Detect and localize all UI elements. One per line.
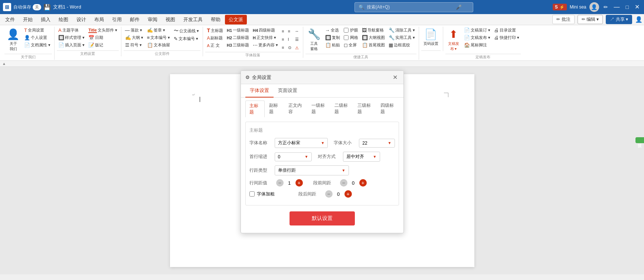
header-part-button[interactable]: Title 文头部件 ▾ [87, 27, 118, 34]
nav-panel-button[interactable]: 🖼 导航窗格 [360, 27, 386, 34]
select-all-button[interactable]: → 全选 [324, 27, 341, 34]
autosave-toggle[interactable]: 关 [33, 4, 41, 10]
maximize-button[interactable]: □ [624, 4, 630, 10]
fullscreen-button[interactable]: ◻ 全屏 [342, 42, 360, 49]
menu-item-layout[interactable]: 布局 [91, 15, 108, 24]
subtab-main-title[interactable]: 主标题 [245, 101, 265, 117]
seal-button[interactable]: ✍ 签章 ▾ [146, 27, 172, 34]
align-left-button[interactable]: ≡ [280, 28, 285, 34]
menu-item-gongwen[interactable]: 公文派 [225, 15, 247, 24]
comment-button[interactable]: ✏ 批注 [552, 15, 574, 24]
record-button[interactable]: 📝 版记 [87, 42, 118, 49]
h1-button[interactable]: H1 一级标题 [225, 27, 251, 34]
eyeprotect-checkbox[interactable] [344, 28, 349, 33]
body-layout-button[interactable]: H 正文快排 ▾ [251, 34, 279, 41]
header-footer-button[interactable]: 📋 首尾视图 [360, 42, 386, 49]
tab-font-settings[interactable]: 字体设置 [245, 84, 274, 98]
sub-title-button[interactable]: A 副标题 [205, 34, 225, 42]
edit-button[interactable]: ✏ 编辑 ▾ [578, 15, 603, 24]
collapse-button[interactable]: ▲ [2, 62, 6, 66]
personal-settings-button[interactable]: 👤 个人设置 [23, 34, 52, 41]
default-settings-button[interactable]: 默认设置 [290, 211, 355, 225]
eyeprotect-button[interactable]: 护眼 [342, 27, 360, 34]
user-icon[interactable]: 👤 [635, 16, 643, 23]
menu-item-mail[interactable]: 邮件 [126, 15, 143, 24]
h2-button[interactable]: H2 二级标题 [225, 34, 251, 41]
circle-button[interactable]: ⊙ [287, 45, 293, 51]
font-name-select[interactable]: 方正小标宋 ▼ [275, 138, 328, 148]
user-avatar[interactable]: 👤 [589, 2, 599, 12]
dialog-close-button[interactable]: ✕ [391, 74, 399, 81]
subtab-body[interactable]: 正文内容 [285, 101, 307, 117]
paste-button[interactable]: 📋 粘贴 [324, 42, 341, 49]
border-shading-button[interactable]: ▦ 边框底纹 [387, 42, 416, 49]
first-line-select[interactable]: 0 ▼ [275, 152, 312, 161]
line-value-plus[interactable]: + [295, 179, 303, 187]
menu-item-insert[interactable]: 插入 [37, 15, 54, 24]
tab-page-settings[interactable]: 页面设置 [274, 84, 302, 98]
pen-icon[interactable]: ✏ [602, 4, 609, 10]
para-after-minus[interactable]: − [325, 190, 333, 198]
doc-publish-button[interactable]: 📄 文稿发布 ▾ [462, 34, 492, 41]
theme-font-button[interactable]: A 主题字体 [57, 27, 86, 34]
align-center-button[interactable]: ≡ [280, 36, 285, 42]
subtab-h3[interactable]: 三级标题 [354, 101, 376, 117]
outline-button[interactable]: ✍ 大纲 ▾ [124, 34, 145, 41]
symbol-button[interactable]: ☰ 符号 ▾ [124, 42, 145, 49]
line-type-select[interactable]: 单倍行距 ▼ [275, 165, 349, 175]
page-settings-button[interactable]: 📄 页码设置 [421, 27, 441, 48]
menu-item-ref[interactable]: 引用 [108, 15, 125, 24]
expand-button[interactable]: ↔ [294, 28, 301, 34]
about-us-button[interactable]: 👤 关于我们 [4, 27, 22, 53]
menu-item-help[interactable]: 帮助 [207, 15, 224, 24]
global-settings-button[interactable]: T 全局设置 [23, 27, 52, 34]
body-text-button[interactable]: A 正 文 [205, 42, 225, 49]
main-title-button[interactable]: T 主标题 [205, 27, 225, 34]
util-tool-button[interactable]: 🔧 实用工具 ▾ [387, 34, 416, 41]
textnumber-button[interactable]: ≡ 文本编号 ▾ [146, 34, 172, 41]
minimize-button[interactable]: — [612, 4, 621, 10]
menu-item-file[interactable]: 文件 [1, 15, 19, 24]
footer-note-button[interactable]: 🏠 尾标脚注 [462, 42, 492, 49]
subtab-h1[interactable]: 一级标题 [308, 101, 330, 117]
more-content-button[interactable]: ⋯ 更多内容 ▾ [251, 42, 279, 49]
align-select[interactable]: 居中对齐 ▼ [343, 152, 380, 162]
subtab-sub-title[interactable]: 副标题 [265, 101, 284, 117]
close-button[interactable]: ✕ [633, 4, 641, 10]
menu-item-view[interactable]: 视图 [162, 15, 179, 24]
para-before-plus[interactable]: + [359, 179, 367, 187]
doc-props-button[interactable]: 📄 文档属性 ▾ [23, 42, 52, 49]
save-icon[interactable]: 💾 [43, 4, 51, 11]
gongwen-line-button[interactable]: 〜 公文函线 ▾ [172, 27, 200, 35]
h3-button[interactable]: H3 三级标题 [225, 42, 251, 49]
outline-view-button[interactable]: 🔲 大纲视图 [360, 34, 386, 41]
para-before-minus[interactable]: − [340, 179, 347, 187]
menu-item-draw[interactable]: 绘图 [55, 15, 72, 24]
right-sidebar-feedback[interactable]: 反馈 [635, 137, 644, 143]
menu-item-dev[interactable]: 开发工具 [180, 15, 206, 24]
clear-tool-button[interactable]: 🔧 清除工具 ▾ [387, 27, 416, 34]
justify-button[interactable]: ≡ [287, 28, 293, 34]
style-mgr-button[interactable]: 🔲 样式管理 ▾ [57, 34, 86, 41]
tool-window-button[interactable]: 🔧 工具窗格 [305, 27, 323, 53]
italic-button[interactable]: I [287, 36, 293, 42]
date-button[interactable]: 📅 日期 [87, 34, 118, 41]
subtab-h4[interactable]: 四级标题 [377, 101, 399, 117]
menu-item-design[interactable]: 设计 [73, 15, 90, 24]
share-button[interactable]: ↗ 共享 ▾ [606, 15, 632, 24]
textedit-button[interactable]: ✎ 文本编号 ▾ [172, 35, 200, 42]
para-after-plus[interactable]: + [344, 190, 352, 198]
signature-button[interactable]: — 落款 ▾ [124, 27, 145, 34]
textdrawer-button[interactable]: 📋 文本抽屉 [146, 42, 172, 49]
font-size-select[interactable]: 22 ▼ [359, 139, 395, 148]
grid-button[interactable]: 网格 [342, 34, 360, 41]
align-right-button[interactable]: ≡ [280, 45, 285, 50]
doc-bind-button[interactable]: 📄 文稿装订 ▾ [462, 27, 492, 34]
grid-checkbox[interactable] [344, 35, 349, 40]
copy-button[interactable]: 🔲 复制 [324, 34, 341, 41]
warning-button[interactable]: ⚠ [294, 45, 301, 51]
publish-button[interactable]: ⬆ 文稿发布 ▾ [445, 27, 462, 53]
menu-item-home[interactable]: 开始 [19, 15, 36, 24]
subtab-h2[interactable]: 二级标题 [331, 101, 353, 117]
toc-settings-button[interactable]: 🖨 目录设置 [493, 27, 521, 34]
